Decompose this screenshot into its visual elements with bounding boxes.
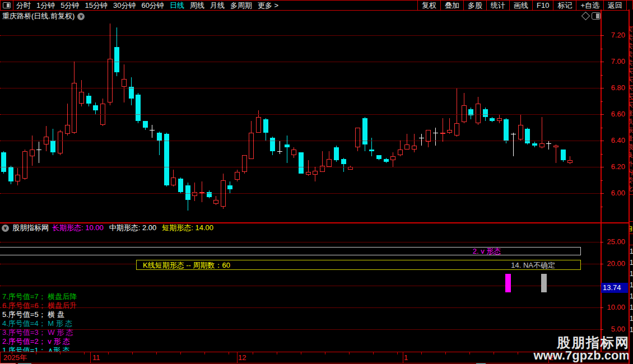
tool-button-叠加[interactable]: 叠加 bbox=[440, 1, 463, 10]
date-divider bbox=[90, 352, 91, 363]
candle-body bbox=[497, 118, 502, 121]
candle-body bbox=[108, 59, 113, 102]
right-quote-strip[interactable]: 卖卖卖卖卖买买买买买涨跌振量额换外内委比自11111111 bbox=[629, 10, 633, 364]
candle-body bbox=[539, 143, 544, 147]
watermark-name: 股朋指标网 bbox=[533, 336, 630, 349]
legend-line: 5.序号值=5； 横 盘 bbox=[2, 310, 64, 319]
panel-toggle-icon bbox=[3, 2, 11, 8]
candle-body bbox=[447, 130, 452, 133]
price-gridline bbox=[0, 35, 601, 36]
legend-line: 3.序号值=3； W 形 态 bbox=[2, 328, 73, 337]
candle-body bbox=[150, 130, 155, 130]
price-gridline bbox=[0, 88, 601, 88]
candle-body bbox=[462, 105, 467, 123]
period-item-日线[interactable]: 日线 bbox=[170, 1, 184, 10]
indicator-field: 短期形态: 14.00 bbox=[162, 223, 213, 233]
indicator-tick bbox=[601, 329, 603, 330]
indicator-field: 长期形态: 10.00 bbox=[52, 223, 104, 233]
candle-body bbox=[36, 150, 41, 150]
period-item-月线[interactable]: 月线 bbox=[210, 1, 225, 10]
price-gridline bbox=[0, 114, 601, 115]
price-axis-label: 6.80 bbox=[603, 84, 625, 92]
axis-frame-line bbox=[601, 10, 602, 363]
indicator-tick bbox=[601, 264, 603, 264]
title-row: 重庆路桥(日线.前复权) ∨ bbox=[2, 11, 85, 21]
month-label: 11 bbox=[92, 353, 100, 362]
period-item-多周期[interactable]: 多周期 bbox=[230, 1, 252, 10]
tool-button-统计[interactable]: 统计 bbox=[486, 1, 509, 10]
price-gridline bbox=[0, 193, 601, 194]
diamond-icon[interactable] bbox=[581, 12, 590, 21]
candle-body bbox=[192, 192, 197, 196]
period-item-15分钟[interactable]: 15分钟 bbox=[85, 1, 107, 10]
period-item-更多 >[interactable]: 更多 > bbox=[258, 1, 278, 10]
layout-icon[interactable] bbox=[592, 12, 601, 20]
candle-body bbox=[185, 185, 190, 200]
tool-button-画线[interactable]: 画线 bbox=[509, 1, 532, 10]
tool-button-返回[interactable]: 返回 bbox=[603, 1, 627, 10]
candle-body bbox=[476, 104, 481, 123]
candle-body bbox=[65, 125, 70, 134]
chevron-down-icon[interactable]: ∨ bbox=[77, 13, 85, 20]
candle-body bbox=[532, 143, 537, 146]
candle-body bbox=[291, 150, 296, 155]
candle-body bbox=[277, 151, 282, 152]
price-axis-label: 7.20 bbox=[603, 31, 625, 39]
candle-body bbox=[86, 96, 91, 104]
indicator-axis-label: 20.00 bbox=[603, 260, 625, 268]
legend-line: 7.序号值=7； 横盘后降 bbox=[2, 292, 77, 301]
candle-wick bbox=[548, 141, 549, 150]
indicator-tick bbox=[601, 307, 603, 308]
candle-wick bbox=[287, 136, 287, 163]
tdx-stock-app: 分时1分钟5分钟15分钟30分钟60分钟日线周线月线多周期更多 > 复权叠加多股… bbox=[0, 0, 633, 364]
indicator-axis-label: 25.00 bbox=[603, 238, 625, 246]
panel-toggle-button[interactable] bbox=[1, 1, 13, 10]
candle-body bbox=[334, 147, 339, 161]
tool-button-+自选[interactable]: +自选 bbox=[576, 1, 603, 10]
watermark-url: www.7gpzb.com bbox=[533, 349, 630, 362]
candle-wick bbox=[421, 134, 422, 146]
period-item-5分钟[interactable]: 5分钟 bbox=[60, 1, 79, 10]
price-axis-label: 6.00 bbox=[603, 189, 625, 197]
candle-body bbox=[313, 171, 318, 175]
indicator-header: ∨ 股朋指标网 长期形态: 10.00中期形态: 2.00短期形态: 14.00 bbox=[2, 223, 213, 232]
candle-body bbox=[263, 119, 268, 133]
period-item-60分钟[interactable]: 60分钟 bbox=[141, 1, 164, 10]
candle-body bbox=[553, 146, 558, 147]
price-axis-label: 7.00 bbox=[603, 58, 625, 66]
tool-button-F10[interactable]: F10 bbox=[532, 1, 553, 10]
indicator-axis-label: 5.00 bbox=[603, 325, 625, 333]
period-item-30分钟[interactable]: 30分钟 bbox=[113, 1, 136, 10]
candle-body bbox=[454, 123, 459, 135]
price-axis-label: 6.60 bbox=[603, 110, 625, 118]
indicator-tick bbox=[601, 242, 603, 242]
candle-body bbox=[114, 47, 119, 72]
candle-body bbox=[511, 134, 516, 134]
candle-body bbox=[327, 159, 332, 167]
pattern-annotation-box: 2. v 形态 bbox=[0, 247, 581, 255]
candle-body bbox=[235, 172, 240, 180]
candlestick-plot[interactable] bbox=[0, 22, 601, 222]
indicator-gridline bbox=[0, 329, 601, 330]
candle-body bbox=[518, 125, 523, 139]
period-item-分时[interactable]: 分时 bbox=[16, 1, 31, 10]
candle-body bbox=[285, 144, 290, 147]
candle-body bbox=[490, 118, 495, 121]
price-gridline bbox=[0, 62, 601, 62]
indicator-field: 中期形态: 2.00 bbox=[109, 223, 157, 233]
date-divider bbox=[403, 352, 403, 363]
period-menu: 分时1分钟5分钟15分钟30分钟60分钟日线周线月线多周期更多 > bbox=[16, 1, 278, 10]
indicator-fields: 长期形态: 10.00中期形态: 2.00短期形态: 14.00 bbox=[52, 223, 213, 233]
period-item-1分钟[interactable]: 1分钟 bbox=[36, 1, 55, 10]
candle-body bbox=[419, 138, 424, 138]
tool-button-多股[interactable]: 多股 bbox=[463, 1, 486, 10]
period-item-周线[interactable]: 周线 bbox=[190, 1, 204, 10]
price-axis-label: 6.20 bbox=[603, 163, 625, 171]
candle-body bbox=[398, 150, 403, 155]
tool-button-复权[interactable]: 复权 bbox=[417, 1, 440, 10]
watermark: 股朋指标网 www.7gpzb.com bbox=[533, 336, 630, 362]
tool-button-标记[interactable]: 标记 bbox=[553, 1, 576, 10]
price-axis-label: 6.40 bbox=[603, 137, 625, 144]
candle-body bbox=[1, 152, 6, 172]
collapse-icon[interactable]: ∨ bbox=[2, 225, 9, 232]
